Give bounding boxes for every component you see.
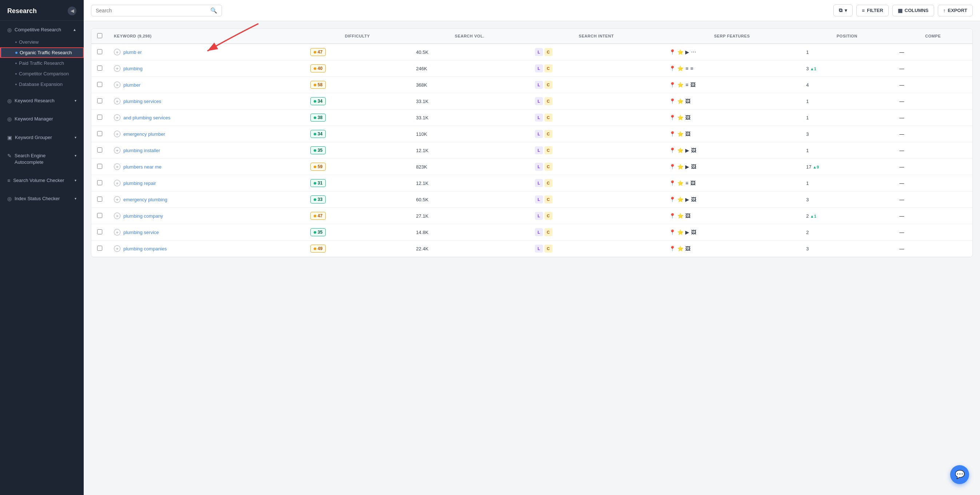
keyword-link[interactable]: plumbing installer [123, 148, 160, 153]
add-keyword-button[interactable]: + [114, 131, 121, 137]
main-content: 🔍 ⧉ ▾ ≡ FILTER ▦ COLUMNS ↑ EXPORT [84, 0, 980, 495]
serp-feature-icon: ≡ [685, 65, 688, 71]
sidebar-child-paid-traffic[interactable]: Paid Traffic Research [0, 58, 84, 68]
row-checkbox[interactable] [97, 49, 102, 54]
add-keyword-button[interactable]: + [114, 65, 121, 72]
keyword-link[interactable]: emergency plumber [123, 131, 165, 137]
add-keyword-button[interactable]: + [114, 196, 121, 203]
sidebar-item-search-engine-autocomplete[interactable]: ✎ Search Engine Autocomplete ▾ [0, 149, 84, 169]
row-checkbox[interactable] [97, 98, 102, 103]
header-keyword[interactable]: KEYWORD (9,298) [108, 29, 305, 44]
add-keyword-button[interactable]: + [114, 49, 121, 55]
difficulty-badge: 35 [310, 146, 326, 154]
export-button[interactable]: ↑ EXPORT [938, 5, 973, 16]
row-checkbox[interactable] [97, 164, 102, 169]
chat-button[interactable]: 💬 [950, 465, 969, 484]
intent-badge-c: C [544, 48, 552, 56]
sidebar-item-keyword-manager[interactable]: ◎ Keyword Manager [0, 112, 84, 126]
difficulty-cell: 47 [305, 208, 410, 224]
header-search-intent[interactable]: SEARCH INTENT [529, 29, 664, 44]
position-value: 3 ▲1 [806, 66, 816, 71]
search-volume-value: 33.1K [416, 99, 428, 104]
add-keyword-button[interactable]: + [114, 98, 121, 105]
table-row: + plumber 58 368K L C 📍⭐≡🖼 [91, 77, 972, 93]
intent-badge-c: C [544, 130, 552, 138]
sidebar-item-competitive-research-label: Competitive Research [14, 27, 70, 33]
sidebar-child-overview[interactable]: Overview [0, 37, 84, 47]
child-dot-database-expansion [15, 84, 17, 85]
search-intent-cell: L C [529, 77, 664, 93]
sidebar-item-search-volume-checker[interactable]: ≡ Search Volume Checker ▾ [0, 173, 84, 188]
header-position[interactable]: POSITION [800, 29, 893, 44]
row-checkbox[interactable] [97, 246, 102, 251]
row-checkbox[interactable] [97, 115, 102, 120]
intent-badge-c: C [544, 81, 552, 89]
keyword-link[interactable]: plumbing services [123, 99, 161, 104]
intent-badge-l: L [535, 146, 543, 154]
row-checkbox[interactable] [97, 197, 102, 202]
export-icon: ↑ [943, 8, 946, 13]
compe-value: — [900, 164, 904, 170]
keyword-link[interactable]: plumbers near me [123, 164, 162, 170]
filter-icon: ≡ [862, 8, 865, 13]
sidebar-child-competitor-comparison[interactable]: Competitor Comparison [0, 68, 84, 79]
row-checkbox[interactable] [97, 82, 102, 87]
keyword-cell: + plumbers near me [108, 159, 305, 175]
keyword-link[interactable]: plumbing [123, 66, 143, 71]
row-checkbox[interactable] [97, 180, 102, 185]
row-checkbox[interactable] [97, 229, 102, 234]
copy-button[interactable]: ⧉ ▾ [834, 4, 853, 16]
sidebar-header: Research ◀ [0, 0, 84, 21]
serp-feature-icon: ▶ [685, 49, 689, 55]
sidebar-item-index-status-checker[interactable]: ◎ Index Status Checker ▾ [0, 192, 84, 205]
keyword-link[interactable]: plumbing company [123, 213, 163, 219]
serp-feature-icon: 📍 [669, 49, 675, 55]
search-vol-cell: 40.5K [410, 44, 529, 60]
header-search-vol[interactable]: SEARCH VOL. [410, 29, 529, 44]
select-all-checkbox[interactable] [97, 33, 102, 38]
add-keyword-button[interactable]: + [114, 164, 121, 170]
add-keyword-button[interactable]: + [114, 81, 121, 88]
add-keyword-button[interactable]: + [114, 114, 121, 121]
add-keyword-button[interactable]: + [114, 147, 121, 154]
keyword-link[interactable]: plumbing service [123, 230, 159, 235]
intent-badge-l: L [535, 245, 543, 253]
filter-button[interactable]: ≡ FILTER [856, 5, 889, 16]
header-serp-features[interactable]: SERP FEATURES [663, 29, 800, 44]
row-checkbox[interactable] [97, 147, 102, 153]
add-keyword-button[interactable]: + [114, 213, 121, 219]
intent-badge-l: L [535, 163, 543, 171]
position-change: ▲1 [810, 67, 816, 71]
row-checkbox[interactable] [97, 65, 102, 71]
keyword-cell: + plumbing companies [108, 240, 305, 257]
keyword-link[interactable]: plumb er [123, 49, 142, 55]
add-keyword-button[interactable]: + [114, 180, 121, 186]
header-compe[interactable]: COMPE [894, 29, 972, 44]
sidebar-child-competitor-comparison-label: Competitor Comparison [19, 71, 69, 76]
row-checkbox[interactable] [97, 213, 102, 218]
search-box[interactable]: 🔍 [91, 5, 222, 16]
search-intent-cell: L C [529, 126, 664, 142]
add-keyword-button[interactable]: + [114, 245, 121, 252]
sidebar-toggle[interactable]: ◀ [68, 6, 76, 15]
row-checkbox[interactable] [97, 131, 102, 136]
sidebar-child-organic-traffic[interactable]: Organic Traffic Research [0, 47, 84, 58]
sidebar-item-keyword-grouper[interactable]: ▣ Keyword Grouper ▾ [0, 131, 84, 145]
serp-feature-icon: ⭐ [677, 147, 683, 153]
serp-feature-icon: ⭐ [677, 49, 683, 55]
sidebar-child-database-expansion[interactable]: Database Expansion [0, 79, 84, 89]
keyword-link[interactable]: plumbing companies [123, 246, 167, 251]
sidebar-item-keyword-research[interactable]: ◎ Keyword Research ▾ [0, 94, 84, 108]
header-difficulty[interactable]: DIFFICULTY [305, 29, 410, 44]
keyword-link[interactable]: and plumbing services [123, 115, 170, 121]
keyword-link[interactable]: plumbing repair [123, 180, 156, 186]
serp-feature-icon: ⭐ [677, 98, 683, 104]
search-input[interactable] [96, 8, 207, 13]
add-keyword-button[interactable]: + [114, 229, 121, 236]
keyword-link[interactable]: plumber [123, 82, 140, 88]
intent-badge-l: L [535, 212, 543, 220]
child-dot-overview [15, 41, 17, 43]
keyword-link[interactable]: emergency plumbing [123, 197, 167, 202]
sidebar-item-competitive-research[interactable]: ◎ Competitive Research ▲ [0, 23, 84, 37]
columns-button[interactable]: ▦ COLUMNS [892, 5, 934, 16]
